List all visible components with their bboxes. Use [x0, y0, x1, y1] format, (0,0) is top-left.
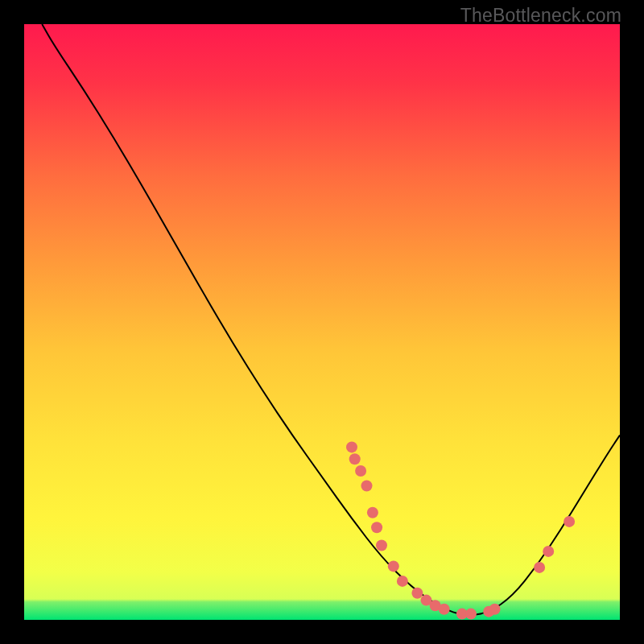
data-dot	[349, 453, 361, 464]
data-dot	[346, 441, 357, 452]
chart-frame	[24, 24, 620, 620]
data-dot	[489, 604, 501, 615]
data-dot	[439, 604, 450, 615]
data-dot	[355, 465, 366, 477]
chart-svg	[24, 24, 620, 620]
data-dot	[543, 546, 554, 557]
data-dot	[411, 588, 423, 599]
data-dot	[376, 540, 387, 551]
data-dot	[465, 609, 477, 620]
data-dot	[367, 507, 378, 518]
data-dot	[361, 481, 373, 492]
data-dot	[397, 576, 408, 587]
data-dot	[534, 562, 545, 573]
data-dot	[564, 516, 575, 527]
gradient-background	[24, 24, 620, 620]
watermark-text: TheBottleneck.com	[460, 5, 621, 27]
data-dot	[388, 560, 399, 572]
data-dot	[371, 522, 382, 533]
